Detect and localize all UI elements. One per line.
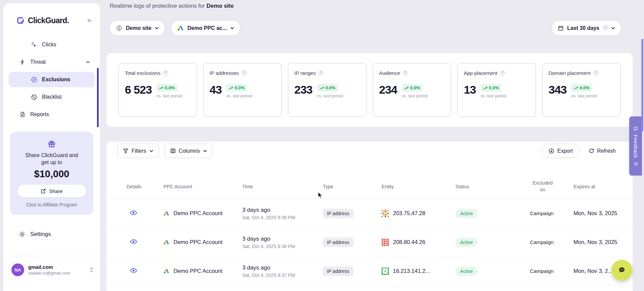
user-email: naatali.ro@gmail.com	[28, 271, 70, 276]
sidebar-item-label: Blacklist	[42, 94, 62, 100]
stat-value: 234	[379, 84, 397, 96]
delta-caption: vs. last period	[156, 94, 182, 98]
sidebar-item-settings[interactable]: Settings	[3, 227, 100, 242]
external-link-icon	[41, 188, 46, 194]
expires-at-value: Mon, Nov 3, 2025	[574, 210, 625, 216]
status-badge: Active	[455, 209, 478, 218]
subtitle-site-name: Demo site	[206, 3, 234, 9]
sidebar-item-blacklist[interactable]: Blacklist	[9, 89, 95, 105]
affiliate-promo-card: Share ClickGuard and get up to $10,000 S…	[10, 132, 93, 215]
excluded-on-value: Campaign	[530, 239, 574, 245]
google-ads-icon	[163, 211, 169, 216]
excluded-on-value: Campaign	[530, 210, 574, 216]
help-icon[interactable]: ?	[403, 70, 408, 76]
promo-text: Share ClickGuard and get up to	[15, 152, 88, 166]
chat-bubble-icon	[617, 265, 627, 275]
column-header: Time	[242, 184, 323, 189]
trend-up-icon	[483, 86, 487, 90]
delta-caption: vs. last period	[571, 94, 597, 98]
select-chevrons-icon[interactable]	[89, 267, 94, 273]
time-relative: 3 days ago	[242, 264, 323, 271]
settings-label: Settings	[30, 231, 51, 238]
entity-identicon	[382, 210, 389, 217]
delta-caption: vs. last period	[317, 94, 343, 98]
chevron-down-icon	[611, 27, 615, 30]
table-header-row: Details PPC Account Time Type Entity Sta…	[106, 180, 633, 199]
globe-icon	[116, 25, 122, 32]
funnel-icon	[123, 148, 129, 154]
user-menu[interactable]: NA gmail.com naatali.ro@gmail.com	[11, 263, 94, 276]
column-header: Expires at	[574, 184, 625, 189]
chevron-down-icon	[230, 27, 234, 30]
column-header: Status	[455, 184, 530, 189]
ppc-account-name: Demo PPC Account	[174, 239, 222, 245]
chat-launcher-button[interactable]	[611, 260, 632, 281]
view-details-eye-icon[interactable]	[130, 239, 137, 244]
expires-at-value: Mon, Nov 3, 2025	[574, 239, 625, 245]
google-ads-icon	[177, 25, 184, 31]
entity-identicon	[382, 239, 389, 246]
filters-button[interactable]: Filters	[117, 144, 159, 158]
ppc-account-selector[interactable]: Demo PPC ac...	[171, 20, 240, 36]
clickguard-logo-icon	[16, 16, 25, 25]
affiliate-program-link[interactable]: Click to Affiliate Program	[15, 202, 88, 207]
feedback-bug-icon	[634, 161, 638, 166]
delta-badge: 0.0%	[402, 84, 423, 92]
help-icon[interactable]: ?	[603, 26, 608, 31]
sidebar-item-label: Reports	[30, 111, 49, 117]
entity-value: 203.75.47.28	[393, 210, 425, 216]
column-header: PPC Account	[163, 184, 242, 189]
exclusions-table-panel: Filters Columns Export Refresh Details P…	[106, 142, 633, 291]
sidebar-item-label: Exclusions	[42, 77, 70, 83]
view-details-eye-icon[interactable]	[130, 268, 137, 273]
page-subtitle: Realtime logs of protective actions for …	[110, 3, 234, 9]
document-icon	[19, 111, 26, 117]
time-absolute: Sat, Oct 4, 2025 9:38 PM	[242, 244, 323, 249]
table-row: Demo PPC Account 3 days agoSat, Oct 4, 2…	[106, 257, 633, 286]
sidebar-item-clicks[interactable]: Clicks	[9, 37, 95, 52]
refresh-button[interactable]: Refresh	[583, 144, 621, 158]
help-icon[interactable]: ?	[500, 70, 505, 76]
columns-button[interactable]: Columns	[164, 144, 213, 158]
site-selector[interactable]: Demo site	[109, 20, 165, 36]
sidebar-collapse-icon[interactable]	[87, 17, 93, 23]
entity-value: 208.80.44.26	[393, 239, 425, 245]
time-absolute: Sat, Oct 4, 2025 9:39 PM	[242, 215, 323, 220]
column-header: Type	[323, 184, 382, 189]
view-details-eye-icon[interactable]	[130, 210, 137, 215]
site-selector-value: Demo site	[126, 25, 151, 31]
time-relative: 3 days ago	[242, 236, 323, 242]
sidebar-scrollbar-thumb[interactable]	[97, 68, 99, 127]
selector-row: Demo site Demo PPC ac... Last 30 days ?	[109, 20, 622, 36]
feedback-tab[interactable]: Feedback	[629, 116, 642, 176]
stat-label: Audience	[379, 70, 400, 76]
circle-check-icon	[31, 77, 37, 83]
help-icon[interactable]: ?	[593, 70, 598, 76]
help-icon[interactable]: ?	[163, 70, 168, 76]
stat-value: 233	[294, 84, 312, 96]
table-row: 3 days ago	[106, 286, 633, 291]
page-scrollbar-thumb[interactable]	[641, 39, 643, 132]
help-icon[interactable]: ?	[318, 70, 324, 76]
chevron-up-icon[interactable]	[86, 61, 90, 63]
chevron-down-icon	[203, 150, 207, 152]
share-button[interactable]: Share	[17, 185, 86, 197]
sidebar-item-exclusions[interactable]: Exclusions	[9, 72, 95, 87]
sidebar-item-threat[interactable]: Threat	[9, 54, 95, 70]
avatar: NA	[11, 263, 24, 276]
trend-up-icon	[159, 86, 163, 90]
sidebar-divider	[10, 256, 93, 256]
stat-label: IP ranges	[294, 70, 316, 76]
logo-row: ClickGuard.	[3, 3, 100, 26]
calendar-icon	[558, 25, 564, 31]
delta-caption: vs. last period	[481, 94, 506, 98]
stat-card-ip-ranges: IP ranges? 233 0.0% vs. last period	[288, 63, 366, 117]
help-icon[interactable]: ?	[242, 70, 247, 76]
export-button[interactable]: Export	[541, 144, 580, 158]
sidebar-nav: Clicks Threat Exclusions Blacklist	[3, 37, 100, 122]
trend-up-icon	[574, 86, 578, 90]
refresh-icon	[589, 148, 594, 154]
sidebar-item-reports[interactable]: Reports	[9, 107, 95, 122]
date-range-selector[interactable]: Last 30 days ?	[551, 20, 622, 36]
table-toolbar: Filters Columns Export Refresh	[106, 144, 633, 158]
